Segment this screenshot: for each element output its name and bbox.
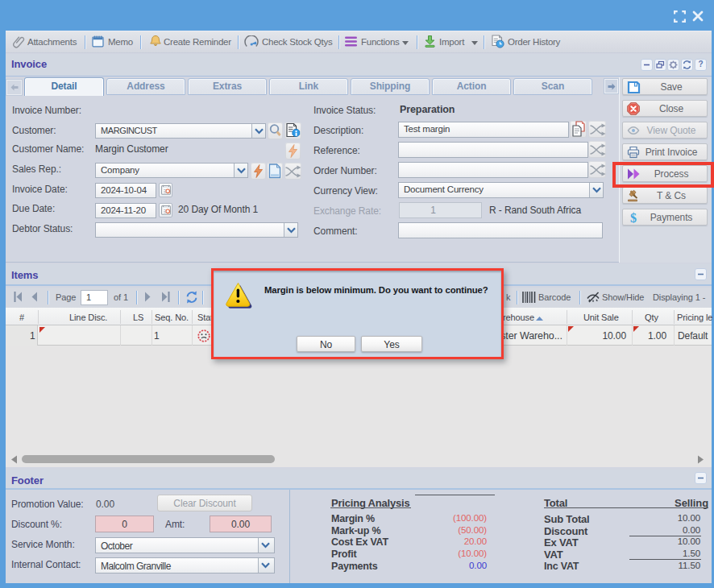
svg-text:$: $	[630, 211, 637, 224]
